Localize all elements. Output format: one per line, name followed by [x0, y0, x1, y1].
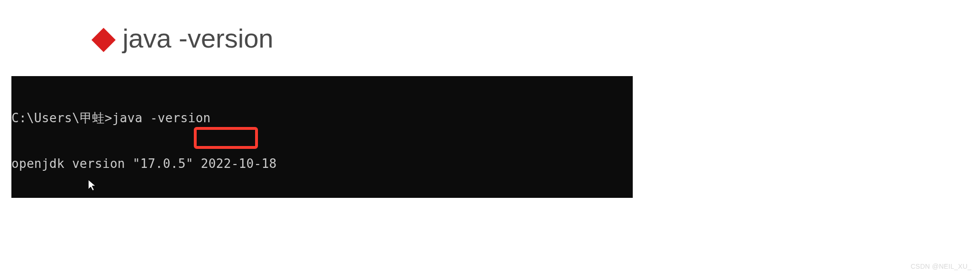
- section-heading: java -version: [95, 23, 273, 54]
- terminal-line-command: C:\Users\甲蛙>java -version: [11, 110, 633, 126]
- heading-text: java -version: [123, 23, 273, 54]
- command-text: java -version: [112, 111, 210, 125]
- mouse-cursor-icon: [88, 180, 97, 191]
- diamond-bullet-icon: [92, 28, 116, 52]
- terminal-output-line: openjdk version "17.0.5" 2022-10-18: [11, 156, 633, 171]
- highlight-rectangle: [194, 127, 258, 149]
- prompt-path: C:\Users\甲蛙>: [11, 111, 112, 125]
- watermark-text: CSDN @NEIL_XU_: [911, 263, 971, 270]
- terminal-window[interactable]: C:\Users\甲蛙>java -version openjdk versio…: [11, 76, 633, 198]
